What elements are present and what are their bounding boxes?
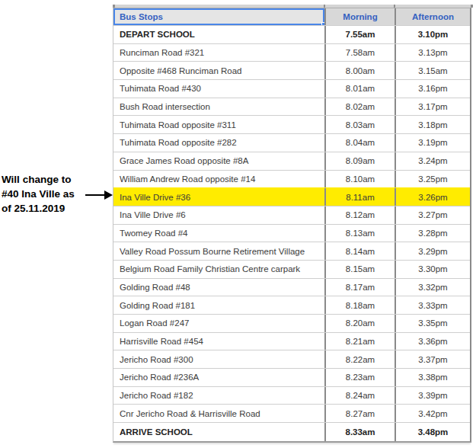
afternoon-time-cell[interactable]: 3.27pm — [395, 206, 470, 224]
stop-name-cell[interactable]: Opposite #468 Runciman Road — [113, 62, 324, 79]
table-row[interactable]: Logan Road #247 8.20am 3.35pm — [113, 315, 470, 333]
table-row[interactable]: Ina Ville Drive #6 8.12am 3.27pm — [113, 206, 470, 225]
column-boundary-tick — [471, 5, 473, 8]
afternoon-time-cell[interactable]: 3.28pm — [395, 225, 470, 242]
table-row[interactable]: Harrisville Road #454 8.21am 3.36pm — [113, 333, 470, 351]
morning-time-cell[interactable]: 8.09am — [324, 152, 395, 170]
afternoon-time-cell[interactable]: 3.17pm — [395, 98, 470, 116]
afternoon-time-cell[interactable]: 3.39pm — [395, 387, 470, 405]
table-row[interactable]: Jericho Road #300 8.22am 3.37pm — [113, 350, 470, 369]
header-cell-morning[interactable]: Morning — [324, 8, 395, 25]
table-row[interactable]: Runciman Road #321 7.58am 3.13pm — [113, 44, 470, 62]
header-cell-bus-stops[interactable]: Bus Stops — [113, 8, 324, 25]
afternoon-time-cell[interactable]: 3.25pm — [395, 171, 470, 188]
morning-time-cell[interactable]: 7.55am — [324, 26, 395, 43]
afternoon-time-cell[interactable]: 3.15am — [395, 62, 470, 79]
stop-name-cell[interactable]: Runciman Road #321 — [113, 44, 324, 62]
stop-name-cell[interactable]: Valley Road Possum Bourne Retirement Vil… — [113, 242, 324, 260]
stop-name-cell[interactable]: Harrisville Road #454 — [113, 333, 324, 350]
stop-name-cell[interactable]: Golding Road #181 — [113, 296, 324, 314]
afternoon-time-cell[interactable]: 3.32pm — [395, 279, 470, 296]
morning-time-cell[interactable]: 8.20am — [324, 315, 395, 332]
stop-name-cell[interactable]: Jericho Road #300 — [113, 350, 324, 368]
table-row[interactable]: William Andrew Road opposite #14 8.10am … — [113, 171, 470, 189]
stop-name-cell[interactable]: Cnr Jericho Road & Harrisville Road — [113, 405, 324, 422]
table-row[interactable]: Valley Road Possum Bourne Retirement Vil… — [113, 242, 470, 261]
afternoon-time-cell[interactable]: 3.13pm — [395, 44, 470, 62]
morning-time-cell[interactable]: 8.24am — [324, 387, 395, 405]
stop-name-cell[interactable]: Twomey Road #4 — [113, 225, 324, 242]
afternoon-time-cell[interactable]: 3.29pm — [395, 242, 470, 260]
stop-name-cell[interactable]: Grace James Road opposite #8A — [113, 152, 324, 170]
afternoon-time-cell[interactable]: 3.33pm — [395, 296, 470, 314]
cropped-sheet-sliver — [113, 5, 473, 8]
afternoon-time-cell[interactable]: 3.30pm — [395, 261, 470, 278]
table-row[interactable]: Grace James Road opposite #8A 8.09am 3.2… — [113, 152, 470, 171]
table-row[interactable]: DEPART SCHOOL 7.55am 3.10pm — [113, 26, 470, 44]
stop-name-cell[interactable]: William Andrew Road opposite #14 — [113, 171, 324, 188]
table-row[interactable]: Tuhimata Road opposite #311 8.03am 3.18p… — [113, 116, 470, 134]
stop-name-cell[interactable]: ARRIVE SCHOOL — [113, 423, 324, 441]
header-cell-afternoon[interactable]: Afternoon — [395, 8, 470, 25]
selection-fill-handle[interactable] — [321, 22, 324, 25]
morning-time-cell[interactable]: 8.00am — [324, 62, 395, 79]
table-row[interactable]: Jericho Road #236A 8.23am 3.38pm — [113, 369, 470, 387]
stop-name-cell[interactable]: Golding Road #48 — [113, 279, 324, 296]
table-row[interactable]: Golding Road #48 8.17am 3.32pm — [113, 279, 470, 297]
table-row[interactable]: Opposite #468 Runciman Road 8.00am 3.15a… — [113, 62, 470, 80]
morning-time-cell[interactable]: 8.27am — [324, 405, 395, 422]
morning-time-cell[interactable]: 8.12am — [324, 206, 395, 224]
table-row[interactable]: ARRIVE SCHOOL 8.33am 3.48pm — [113, 423, 470, 441]
afternoon-time-cell[interactable]: 3.36pm — [395, 333, 470, 350]
table-row[interactable]: Twomey Road #4 8.13am 3.28pm — [113, 225, 470, 243]
morning-time-cell[interactable]: 8.15am — [324, 261, 395, 278]
afternoon-time-cell[interactable]: 3.38pm — [395, 369, 470, 386]
stop-name-cell[interactable]: Ina Ville Drive #36 — [113, 188, 324, 206]
table-row[interactable]: Belgium Road Family Christian Centre car… — [113, 261, 470, 279]
table-row[interactable]: Tuhimata Road #430 8.01am 3.16pm — [113, 80, 470, 98]
morning-time-cell[interactable]: 7.58am — [324, 44, 395, 62]
column-boundary-tick — [394, 5, 395, 8]
afternoon-time-cell[interactable]: 3.19pm — [395, 134, 470, 152]
stop-name-cell[interactable]: Ina Ville Drive #6 — [113, 206, 324, 224]
table-row[interactable]: Cnr Jericho Road & Harrisville Road 8.27… — [113, 405, 470, 423]
afternoon-time-cell[interactable]: 3.42pm — [395, 405, 470, 422]
morning-time-cell[interactable]: 8.14am — [324, 242, 395, 260]
morning-time-cell[interactable]: 8.21am — [324, 333, 395, 350]
afternoon-time-cell[interactable]: 3.26pm — [395, 188, 470, 206]
afternoon-time-cell[interactable]: 3.18pm — [395, 116, 470, 133]
morning-time-cell[interactable]: 8.13am — [324, 225, 395, 242]
stop-name-cell[interactable]: Jericho Road #182 — [113, 387, 324, 405]
stop-name-cell[interactable]: Logan Road #247 — [113, 315, 324, 332]
table-row[interactable]: Ina Ville Drive #36 8.11am 3.26pm — [113, 188, 470, 206]
afternoon-time-cell[interactable]: 3.35pm — [395, 315, 470, 332]
table-row[interactable]: Golding Road #181 8.18am 3.33pm — [113, 296, 470, 315]
afternoon-time-cell[interactable]: 3.24pm — [395, 152, 470, 170]
morning-time-cell[interactable]: 8.18am — [324, 296, 395, 314]
morning-time-cell[interactable]: 8.17am — [324, 279, 395, 296]
morning-time-cell[interactable]: 8.04am — [324, 134, 395, 152]
stop-name-cell[interactable]: Belgium Road Family Christian Centre car… — [113, 261, 324, 278]
table-row[interactable]: Tuhimata Road opposite #282 8.04am 3.19p… — [113, 134, 470, 152]
stop-name-cell[interactable]: Jericho Road #236A — [113, 369, 324, 386]
stop-name-cell[interactable]: Tuhimata Road #430 — [113, 80, 324, 98]
morning-time-cell[interactable]: 8.10am — [324, 171, 395, 188]
morning-time-cell[interactable]: 8.01am — [324, 80, 395, 98]
morning-time-cell[interactable]: 8.22am — [324, 350, 395, 368]
stop-name-cell[interactable]: Tuhimata Road opposite #311 — [113, 116, 324, 133]
morning-header-label: Morning — [343, 12, 377, 21]
morning-time-cell[interactable]: 8.23am — [324, 369, 395, 386]
stop-name-cell[interactable]: Bush Road intersection — [113, 98, 324, 116]
stop-name-cell[interactable]: DEPART SCHOOL — [113, 26, 324, 43]
morning-time-cell[interactable]: 8.33am — [324, 423, 395, 441]
morning-time-cell[interactable]: 8.02am — [324, 98, 395, 116]
table-row[interactable]: Bush Road intersection 8.02am 3.17pm — [113, 98, 470, 117]
morning-time-cell[interactable]: 8.03am — [324, 116, 395, 133]
stop-name-cell[interactable]: Tuhimata Road opposite #282 — [113, 134, 324, 152]
afternoon-time-cell[interactable]: 3.16pm — [395, 80, 470, 98]
afternoon-time-cell[interactable]: 3.48pm — [395, 423, 470, 441]
table-row[interactable]: Jericho Road #182 8.24am 3.39pm — [113, 387, 470, 405]
afternoon-time-cell[interactable]: 3.37pm — [395, 350, 470, 368]
afternoon-time-cell[interactable]: 3.10pm — [395, 26, 470, 43]
morning-time-cell[interactable]: 8.11am — [324, 188, 395, 206]
